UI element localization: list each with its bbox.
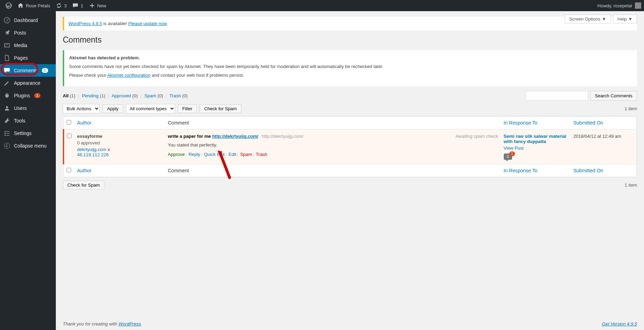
search-button[interactable]: Search Comments xyxy=(590,91,637,100)
filter-button[interactable]: Filter xyxy=(178,104,197,113)
select-all-checkbox-bottom[interactable] xyxy=(67,168,71,172)
wp-logo[interactable] xyxy=(3,0,15,11)
comments-item[interactable]: 1 xyxy=(69,0,86,11)
comment-title-link[interactable]: http://dekrtyuijg.com/ xyxy=(212,134,258,139)
filters-search-row: All (1) | Pending (1) | Approved (0) | S… xyxy=(63,91,637,100)
awaiting-spam-check: Awaiting spam check xyxy=(456,134,498,139)
sidebar-item-appearance[interactable]: Appearance xyxy=(0,77,56,89)
select-all-checkbox[interactable] xyxy=(67,120,71,125)
comment-body: You stated that perfectly. xyxy=(168,142,498,148)
approve-link[interactable]: Approve xyxy=(168,152,185,157)
col-response-foot[interactable]: In Response To xyxy=(501,164,571,177)
sidebar-item-media[interactable]: Media xyxy=(0,39,56,52)
akismet-config-link[interactable]: Akismet configuration xyxy=(107,73,150,78)
apply-button[interactable]: Apply xyxy=(103,104,123,113)
home-icon xyxy=(17,2,24,9)
bulk-actions-select[interactable]: Bulk Actions xyxy=(63,104,100,113)
sidebar-item-label: Settings xyxy=(14,130,32,136)
updates-item[interactable]: 3 xyxy=(53,0,69,11)
sidebar-item-tools[interactable]: Tools xyxy=(0,114,56,127)
check-spam-button-bottom[interactable]: Check for Spam xyxy=(63,181,104,189)
appearance-icon xyxy=(3,80,10,87)
view-post-link[interactable]: View Post xyxy=(504,145,568,151)
sidebar-item-dashboard[interactable]: Dashboard xyxy=(0,14,56,27)
avatar xyxy=(635,2,641,9)
search-box: Search Comments xyxy=(525,91,637,100)
help-button[interactable]: Help ▼ xyxy=(613,15,637,23)
author-ip-link[interactable]: 46.119.112.226 xyxy=(77,152,162,157)
sidebar-item-label: Comments xyxy=(14,68,38,73)
filter-trash-count: (0) xyxy=(182,93,188,98)
sidebar-item-label: Media xyxy=(14,43,27,48)
bubble-badge: 1 xyxy=(509,151,515,156)
svg-rect-5 xyxy=(5,131,6,132)
akismet-line2-suffix: and contact your web host if problems pe… xyxy=(150,73,244,78)
sidebar-item-comments[interactable]: Comments 1 xyxy=(0,64,56,77)
col-date-foot[interactable]: Submitted On xyxy=(571,164,637,177)
sidebar-item-users[interactable]: Users xyxy=(0,102,56,114)
sidebar-item-label: Users xyxy=(14,105,27,111)
reply-link[interactable]: Reply xyxy=(188,152,200,157)
plugin-icon xyxy=(3,92,10,99)
footer-wp-link[interactable]: WordPress xyxy=(119,321,141,327)
sidebar-item-label: Appearance xyxy=(14,80,40,86)
sidebar-item-collapse[interactable]: Collapse menu xyxy=(0,140,56,152)
check-spam-button[interactable]: Check for Spam xyxy=(200,104,241,113)
table-row: essayforme 0 approved dekrtyuijg.com x 4… xyxy=(63,129,637,164)
svg-rect-9 xyxy=(5,135,6,136)
new-label: New xyxy=(97,3,106,8)
quickedit-link[interactable]: Quick Edit xyxy=(204,152,225,157)
svg-rect-2 xyxy=(5,44,9,47)
filter-all[interactable]: All xyxy=(63,93,69,98)
sidebar-item-settings[interactable]: Settings xyxy=(0,127,56,140)
sidebar-item-posts[interactable]: Posts xyxy=(0,27,56,39)
trash-link[interactable]: Trash xyxy=(256,152,267,157)
toolbar-left: Rose Petals 3 1 New xyxy=(3,0,109,11)
sidebar-item-plugins[interactable]: Plugins 1 xyxy=(0,89,56,102)
col-date[interactable]: Submitted On xyxy=(571,117,637,129)
howdy-text: Howdy, rosepetal xyxy=(598,3,632,8)
sidebar-item-label: Plugins xyxy=(14,93,30,98)
svg-rect-6 xyxy=(6,131,9,132)
domain-x[interactable]: x xyxy=(106,147,110,152)
comment-icon xyxy=(3,67,10,74)
wp-version-link[interactable]: WordPress 4.9.5 xyxy=(68,21,102,26)
items-count: 1 item xyxy=(625,106,637,111)
sidebar-item-label: Collapse menu xyxy=(14,143,46,149)
col-author-foot[interactable]: Author xyxy=(74,164,165,177)
page-title: Comments xyxy=(63,35,637,45)
response-title-link[interactable]: Semi raw silk salwar material with fancy… xyxy=(504,134,567,144)
col-response[interactable]: In Response To xyxy=(501,117,571,129)
filter-trash[interactable]: Trash xyxy=(170,93,181,98)
new-item[interactable]: New xyxy=(86,0,109,11)
admin-sidebar: Dashboard Posts Media Pages Comments 1 A… xyxy=(0,11,56,330)
filter-all-count: (1) xyxy=(70,93,75,98)
comments-count: 1 xyxy=(81,3,83,8)
edit-link[interactable]: Edit xyxy=(229,152,236,157)
screen-options-button[interactable]: Screen Options ▼ xyxy=(565,15,611,23)
tablenav-top: Bulk Actions Apply All comment types Fil… xyxy=(63,104,637,113)
filter-spam[interactable]: Spam xyxy=(144,93,156,98)
search-input[interactable] xyxy=(525,91,588,100)
row-checkbox[interactable] xyxy=(67,134,72,138)
admin-toolbar: Rose Petals 3 1 New Howdy, rosepetal xyxy=(0,0,644,11)
items-count-bottom: 1 item xyxy=(625,182,637,188)
sidebar-item-pages[interactable]: Pages xyxy=(0,52,56,64)
footer-version-link[interactable]: Get Version 4.9.5 xyxy=(602,321,637,327)
top-buttons: Screen Options ▼ Help ▼ xyxy=(565,15,637,23)
spam-link[interactable]: Spam xyxy=(240,152,252,157)
filter-pending[interactable]: Pending xyxy=(82,93,99,98)
comment-cell: Awaiting spam check write a paper for me… xyxy=(165,129,501,164)
footer: Thank you for creating with WordPress. G… xyxy=(63,321,637,327)
toolbar-right[interactable]: Howdy, rosepetal xyxy=(598,2,641,9)
update-now-link[interactable]: Please update now xyxy=(128,21,167,26)
pin-icon xyxy=(3,29,10,36)
author-domain-link[interactable]: dekrtyuijg.com xyxy=(77,147,106,152)
filter-approved[interactable]: Approved xyxy=(112,93,131,98)
col-author[interactable]: Author xyxy=(74,117,165,129)
update-notice: WordPress 4.9.5 is available! Please upd… xyxy=(63,17,637,30)
comment-bubble[interactable]: 0 1 xyxy=(504,153,512,160)
site-name[interactable]: Rose Petals xyxy=(15,0,53,11)
comment-types-select[interactable]: All comment types xyxy=(126,104,175,113)
comment-icon xyxy=(72,2,78,9)
